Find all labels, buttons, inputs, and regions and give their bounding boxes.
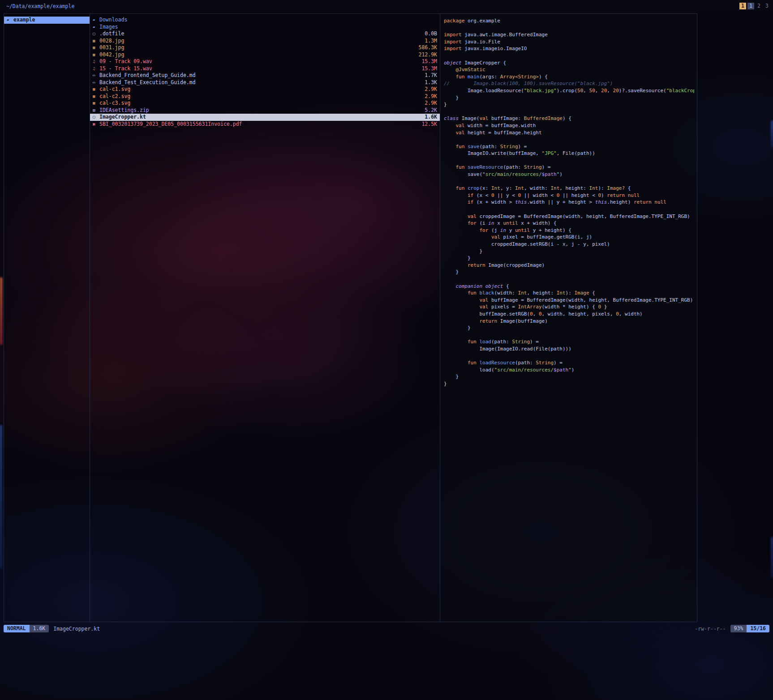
file-size: 0.0B bbox=[421, 30, 437, 38]
code-line: fun crop(x: Int, y: Int, width: Int, hei… bbox=[444, 185, 694, 192]
code-line: } bbox=[444, 324, 694, 332]
code-line bbox=[444, 178, 694, 185]
file-row[interactable]: ▦cal-c2.svg2.9K bbox=[90, 93, 440, 100]
code-line: ImageIO.write(buffImage, "JPG", File(pat… bbox=[444, 150, 694, 157]
code-line: object ImageCropper { bbox=[444, 60, 694, 67]
file-size: 15.3M bbox=[418, 58, 437, 65]
file-size: 15.3M bbox=[418, 65, 437, 73]
file-row[interactable]: ▭Backend_Test_Execution_Guide.md1.3K bbox=[90, 79, 440, 86]
parent-dir-name: example bbox=[13, 17, 35, 24]
archive-icon: ▧ bbox=[93, 107, 99, 114]
code-line: class Image(val buffImage: BufferedImage… bbox=[444, 115, 694, 122]
top-bar: ~/Data/example/example 1123 bbox=[0, 0, 773, 13]
markdown-icon: ▭ bbox=[93, 79, 99, 86]
image-icon: ▦ bbox=[93, 93, 99, 100]
file-size: 2.9K bbox=[421, 100, 437, 107]
file-size: 5.2K bbox=[421, 107, 437, 114]
code-line: return Image(buffImage) bbox=[444, 318, 694, 325]
code-line: save("src/main/resources/$path") bbox=[444, 171, 694, 178]
code-line: fun load(path: String) = bbox=[444, 338, 694, 346]
tab-indicators: 1123 bbox=[739, 3, 770, 9]
file-name: 0031.jpg bbox=[99, 44, 415, 51]
file-row[interactable]: ▢ImageCropper.kt1.6K bbox=[90, 114, 440, 121]
file-row[interactable]: ▦0042.jpg212.9K bbox=[90, 51, 440, 59]
code-line: for (i in x until x + width) { bbox=[444, 220, 694, 227]
code-line: import java.io.File bbox=[444, 38, 694, 46]
code-line: } bbox=[444, 373, 694, 380]
tab-1[interactable]: 1 bbox=[739, 3, 746, 9]
file-name: Downloads bbox=[99, 17, 434, 24]
tab-1[interactable]: 1 bbox=[747, 3, 754, 9]
wallpaper-accent bbox=[771, 121, 773, 148]
code-line: croppedImage.setRGB(i - x, j - y, pixel) bbox=[444, 241, 694, 248]
file-name: SBI_0032013739_2023_DE05_0003155631Invoi… bbox=[99, 121, 418, 128]
code-line: fun save(path: String) = bbox=[444, 143, 694, 150]
kotlin-file-icon: ▢ bbox=[93, 114, 99, 121]
code-line: buffImage.setRGB(0, 0, width, height, pi… bbox=[444, 311, 694, 318]
file-row[interactable]: ▭Backend_Frontend_Setup_Guide.md1.7K bbox=[90, 72, 440, 79]
code-line bbox=[444, 108, 694, 115]
file-size: 1.3K bbox=[421, 79, 437, 86]
code-line: val buffImage = BufferedImage(width, hei… bbox=[444, 297, 694, 304]
preview-pane: package org.example import java.awt.imag… bbox=[440, 14, 697, 622]
code-line: // Image.black(100, 100).saveResource("b… bbox=[444, 80, 694, 87]
file-name: 15 - Track 15.wav bbox=[99, 65, 418, 73]
pdf-icon: ▣ bbox=[93, 121, 99, 128]
code-line: import java.awt.image.BufferedImage bbox=[444, 31, 694, 38]
file-row[interactable]: ♫15 - Track 15.wav15.3M bbox=[90, 65, 440, 73]
file-row[interactable]: ▰Downloads bbox=[90, 17, 440, 24]
code-line bbox=[444, 25, 694, 32]
file-row[interactable]: ▦cal-c3.svg2.9K bbox=[90, 100, 440, 107]
status-bar: NORMAL 1.6K ImageCropper.kt -rw-r--r-- 9… bbox=[4, 625, 769, 632]
file-row[interactable]: ♫09 - Track 09.wav15.3M bbox=[90, 58, 440, 65]
file-name: Backend_Frontend_Setup_Guide.md bbox=[99, 72, 421, 79]
parent-dir-item[interactable]: ▰example bbox=[4, 17, 90, 24]
file-icon: ▢ bbox=[93, 30, 99, 38]
code-line: } bbox=[444, 248, 694, 255]
file-row[interactable]: ▦0028.jpg1.3M bbox=[90, 38, 440, 45]
file-size: 12.5K bbox=[418, 121, 437, 128]
file-size: 2.9K bbox=[421, 86, 437, 93]
markdown-icon: ▭ bbox=[93, 72, 99, 79]
code-line: } bbox=[444, 101, 694, 108]
file-name: Images bbox=[99, 24, 434, 31]
code-line: val pixels = IntArray(width * height) { … bbox=[444, 303, 694, 311]
code-line bbox=[444, 276, 694, 283]
folder-icon: ▰ bbox=[93, 17, 99, 24]
file-name: ImageCropper.kt bbox=[99, 114, 421, 121]
code-line: companion object { bbox=[444, 283, 694, 290]
code-line: Image(ImageIO.read(File(path))) bbox=[444, 346, 694, 353]
code-line bbox=[444, 353, 694, 360]
file-name: 0042.jpg bbox=[99, 51, 415, 59]
file-row[interactable]: ▣SBI_0032013739_2023_DE05_0003155631Invo… bbox=[90, 121, 440, 128]
code-line: val width = buffImage.width bbox=[444, 122, 694, 129]
file-size: 1.3M bbox=[421, 38, 437, 45]
code-line bbox=[444, 206, 694, 213]
file-name: 09 - Track 09.wav bbox=[99, 58, 418, 65]
image-icon: ▦ bbox=[93, 100, 99, 107]
parent-pane-list: ▰example bbox=[4, 17, 90, 24]
tab-3[interactable]: 3 bbox=[764, 3, 770, 9]
file-row[interactable]: ▧IDEAsettings.zip5.2K bbox=[90, 107, 440, 114]
wallpaper-accent bbox=[771, 537, 773, 577]
file-permissions: -rw-r--r-- bbox=[695, 626, 726, 632]
code-line: return Image(croppedImage) bbox=[444, 262, 694, 269]
code-line: import javax.imageio.ImageIO bbox=[444, 45, 694, 52]
code-line: if (x < 0 || y < 0 || width < 0 || heigh… bbox=[444, 192, 694, 199]
code-preview: package org.example import java.awt.imag… bbox=[444, 17, 694, 387]
code-line: val height = buffImage.height bbox=[444, 129, 694, 137]
audio-icon: ♫ bbox=[93, 65, 99, 73]
file-row[interactable]: ▦cal-c1.svg2.9K bbox=[90, 86, 440, 93]
tab-2[interactable]: 2 bbox=[756, 3, 762, 9]
file-name: cal-c3.svg bbox=[99, 100, 421, 107]
file-size: 2.9K bbox=[421, 93, 437, 100]
code-line: } bbox=[444, 269, 694, 276]
image-icon: ▦ bbox=[93, 44, 99, 51]
file-name: IDEAsettings.zip bbox=[99, 107, 421, 114]
file-row[interactable]: ▦0031.jpg586.3K bbox=[90, 44, 440, 51]
file-list: ▰Downloads▰Images▢.dotfile0.0B▦0028.jpg1… bbox=[90, 17, 440, 128]
wallpaper-accent bbox=[0, 425, 2, 568]
file-row[interactable]: ▰Images bbox=[90, 24, 440, 31]
code-line: for (j in y until y + height) { bbox=[444, 227, 694, 234]
file-row[interactable]: ▢.dotfile0.0B bbox=[90, 30, 440, 38]
